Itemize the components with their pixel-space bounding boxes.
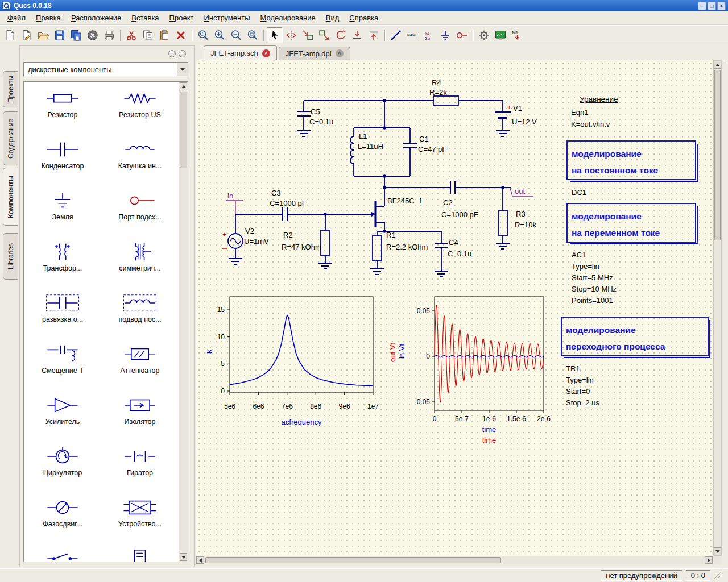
label-r2-name[interactable]: R2: [283, 231, 293, 239]
zoom-in-button[interactable]: [212, 27, 228, 43]
minimize-button[interactable]: −: [698, 2, 706, 10]
scroll-up-icon[interactable]: [714, 61, 721, 69]
new-text-button[interactable]: [19, 27, 35, 43]
transient-simulation-box[interactable]: моделирование переходного процесса TR1 T…: [561, 317, 710, 407]
sidebar-tab-content[interactable]: Содержание: [3, 111, 18, 165]
tab-close-icon[interactable]: ×: [336, 49, 344, 57]
wire-button[interactable]: [388, 27, 404, 43]
copy-button[interactable]: [140, 27, 156, 43]
scroll-down-icon[interactable]: [714, 547, 721, 555]
node-label-in[interactable]: in: [228, 192, 233, 200]
component-capacitor[interactable]: Конденсатор: [24, 133, 101, 184]
label-r2-value[interactable]: R=47 kOhm: [282, 243, 321, 251]
sidebar-tab-components[interactable]: Компоненты: [3, 168, 18, 226]
push-into-button[interactable]: [300, 27, 316, 43]
label-r3-name[interactable]: R3: [516, 210, 526, 218]
label-r4-value[interactable]: R=2k: [429, 88, 447, 97]
label-v1-value[interactable]: U=12 V: [512, 118, 537, 126]
scroll-up-icon[interactable]: [180, 82, 187, 90]
scrollbar-thumb[interactable]: [714, 70, 721, 240]
menu-моделирование[interactable]: Моделирование: [255, 12, 321, 24]
component-resistor[interactable]: Резистор: [24, 82, 101, 133]
label-c3-value[interactable]: C=1000 pF: [270, 199, 307, 207]
component-amplifier[interactable]: Усилитель: [24, 389, 101, 440]
label-v2-name[interactable]: V2: [245, 227, 254, 235]
resistor-R1[interactable]: [373, 236, 382, 261]
paste-button[interactable]: [156, 27, 172, 43]
maximize-button[interactable]: □: [708, 2, 716, 10]
save-button[interactable]: [52, 27, 68, 43]
mirror-x-down-button[interactable]: [349, 27, 365, 43]
new-button[interactable]: [2, 27, 18, 43]
label-c5-value[interactable]: C=0.1u: [309, 118, 333, 126]
menu-расположение[interactable]: Расположение: [66, 12, 126, 24]
transient-plot[interactable]: 05e-71e-61.5e-62e-60.050-0.05timetimeout…: [388, 297, 551, 444]
jfet-BF245C[interactable]: [371, 201, 376, 227]
label-v1-name[interactable]: V1: [513, 104, 522, 113]
resistor-R3[interactable]: [498, 210, 507, 235]
ac-gain-plot[interactable]: 5e66e67e68e69e61e7051015acfrequencyK: [205, 297, 379, 426]
dock-float-button[interactable]: [168, 50, 176, 57]
component-dc-block[interactable]: развязка о...: [24, 286, 101, 338]
label-r4-name[interactable]: R4: [432, 78, 441, 87]
display-button[interactable]: [493, 27, 508, 43]
titlebar[interactable]: Qucs 0.0.18 − □ ×: [0, 0, 728, 11]
capacitor-C3[interactable]: [283, 207, 287, 221]
component-dc-feed[interactable]: подвод пос...: [101, 286, 179, 338]
voltage-source-V2[interactable]: +: [222, 231, 243, 248]
component-resistor-us[interactable]: Резистор US: [101, 82, 179, 133]
component-circulator[interactable]: Циркулятор: [24, 440, 101, 491]
menu-вид[interactable]: Вид: [321, 12, 345, 24]
component-transformer-sym[interactable]: симметрич...: [101, 235, 179, 286]
equation-button[interactable]: fωΣu: [421, 27, 437, 43]
component-ground[interactable]: Земля: [24, 184, 101, 235]
node-label-out[interactable]: out: [515, 187, 525, 196]
delete-button[interactable]: [173, 27, 189, 43]
menu-справка[interactable]: Справка: [344, 12, 383, 24]
label-button[interactable]: NAME: [404, 27, 420, 43]
label-c4-value[interactable]: C=0.1u: [448, 250, 471, 258]
component-inductor[interactable]: Катушка ин...: [101, 133, 179, 184]
ground-button[interactable]: [437, 27, 453, 43]
capacitor-C1[interactable]: [403, 143, 417, 148]
component-attenuator[interactable]: Аттенюатор: [101, 338, 179, 389]
scrollbar-thumb[interactable]: [180, 92, 187, 168]
tab-jfet-amp-dpl[interactable]: JFET-amp.dpl ×: [279, 47, 350, 60]
label-c5-name[interactable]: C5: [311, 107, 320, 116]
label-l1-value[interactable]: L=11uH: [358, 142, 383, 151]
menu-проект[interactable]: Проект: [164, 12, 199, 24]
label-c1-name[interactable]: C1: [419, 135, 429, 143]
component-isolator[interactable]: Изолятор: [101, 389, 179, 440]
mirror-x-up-button[interactable]: [366, 27, 382, 43]
label-r3-value[interactable]: R=10k: [515, 221, 536, 229]
component-switch[interactable]: [24, 542, 101, 562]
label-c1-value[interactable]: C=47 pF: [418, 145, 446, 153]
capacitor-C2[interactable]: [450, 181, 455, 194]
pop-out-button[interactable]: [316, 27, 332, 43]
menu-файл[interactable]: Файл: [2, 12, 31, 24]
label-c3-name[interactable]: C3: [271, 189, 281, 197]
label-c4-name[interactable]: C4: [449, 238, 458, 247]
dc-simulation-box[interactable]: моделирование на постоянном токе DC1: [567, 141, 697, 197]
component-port[interactable]: Порт подсх...: [101, 184, 179, 235]
open-button[interactable]: [35, 27, 51, 43]
component-list-scrollbar[interactable]: [179, 82, 188, 562]
label-r1-name[interactable]: R1: [386, 231, 396, 239]
label-v2-value[interactable]: U=1mV: [244, 237, 269, 246]
resize-grip-icon[interactable]: [714, 572, 721, 579]
menu-правка[interactable]: Правка: [31, 12, 66, 24]
cut-button[interactable]: [123, 27, 139, 43]
zoom-fit-button[interactable]: [245, 27, 260, 43]
scroll-left-icon[interactable]: [196, 556, 204, 564]
schematic-drawing[interactable]: +: [196, 60, 713, 556]
mirror-y-button[interactable]: [283, 27, 299, 43]
canvas-horizontal-scrollbar[interactable]: [196, 556, 713, 564]
label-jfet-name[interactable]: BF245C_1: [387, 197, 423, 205]
component-phase-shifter[interactable]: Фазосдвиг...: [24, 491, 101, 542]
gear-button[interactable]: [476, 27, 492, 43]
scroll-down-icon[interactable]: [180, 553, 187, 561]
label-c2-name[interactable]: C2: [443, 198, 453, 207]
capacitor-C4[interactable]: [435, 243, 448, 248]
resistor-R2[interactable]: [321, 230, 330, 255]
dock-close-button[interactable]: [179, 50, 186, 57]
